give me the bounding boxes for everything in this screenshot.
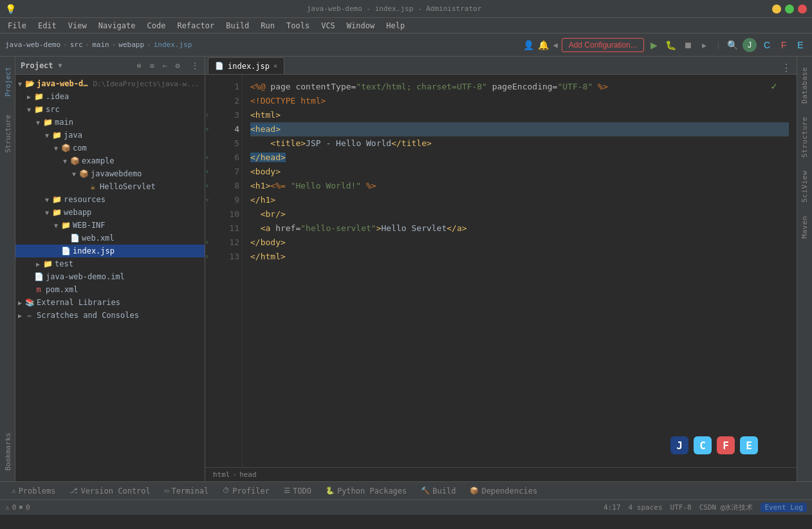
breadcrumb-src[interactable]: src — [70, 41, 83, 49]
status-encoding[interactable]: UTF-8 — [670, 503, 692, 512]
expand-all-icon[interactable]: ⇐ — [160, 60, 170, 71]
sidebar-bookmarks-icon[interactable]: Bookmarks — [1, 427, 14, 476]
menu-help[interactable]: Help — [381, 20, 410, 32]
back-icon[interactable]: ◀ — [553, 41, 557, 50]
add-configuration-button[interactable]: Add Configuration... — [562, 38, 644, 52]
path-head[interactable]: head — [239, 470, 257, 479]
search-everywhere-button[interactable]: 🔍 — [726, 39, 739, 51]
tab-close-icon[interactable]: × — [273, 62, 277, 70]
path-html[interactable]: html — [213, 470, 230, 479]
ext-libs-arrow[interactable]: ▶ — [15, 298, 24, 307]
bottom-tab-build[interactable]: 🔨 Build — [414, 485, 462, 497]
tree-ext-libs[interactable]: ▶ 📚 External Libraries — [15, 296, 205, 309]
tree-idea[interactable]: ▶ 📁 .idea — [15, 90, 205, 103]
com-arrow[interactable]: ▼ — [51, 144, 60, 153]
tree-example[interactable]: ▼ 📦 example — [15, 154, 205, 167]
debug-button[interactable]: 🐛 — [665, 39, 678, 51]
tree-hello-servlet[interactable]: ☕ HelloServlet — [15, 180, 205, 193]
run-button[interactable]: ▶ — [648, 39, 661, 51]
sidebar-project-icon[interactable]: Project — [1, 62, 14, 102]
locate-file-icon[interactable]: ⊕ — [134, 60, 144, 71]
menu-navigate[interactable]: Navigate — [93, 20, 141, 32]
panel-options-icon[interactable]: ⋮ — [190, 60, 199, 71]
menu-run[interactable]: Run — [255, 20, 280, 32]
breadcrumb-file[interactable]: index.jsp — [154, 41, 192, 49]
tree-test[interactable]: ▶ 📁 test — [15, 257, 205, 270]
close-button[interactable] — [798, 5, 807, 14]
example-arrow[interactable]: ▼ — [60, 156, 69, 165]
resources-arrow[interactable]: ▼ — [42, 195, 51, 204]
webinf-arrow[interactable]: ▼ — [51, 221, 60, 230]
profile-button[interactable]: J — [743, 38, 757, 52]
tree-javawebdemo[interactable]: ▼ 📦 javawebdemo — [15, 167, 205, 180]
browser-icon-1[interactable]: C — [761, 39, 773, 51]
status-line-col[interactable]: 4:17 — [604, 503, 621, 512]
javawebdemo-arrow[interactable]: ▼ — [69, 169, 78, 178]
tree-webinf[interactable]: ▼ 📁 WEB-INF — [15, 219, 205, 232]
collapse-all-icon[interactable]: ≡ — [147, 60, 157, 71]
idea-arrow[interactable]: ▶ — [24, 92, 33, 101]
menu-build[interactable]: Build — [221, 20, 254, 32]
breadcrumb-main[interactable]: main — [92, 41, 109, 49]
java-arrow[interactable]: ▼ — [42, 131, 51, 140]
editor-tab-index-jsp[interactable]: 📄 index.jsp × — [208, 57, 284, 74]
tree-com[interactable]: ▼ 📦 com — [15, 142, 205, 154]
bottom-tab-todo[interactable]: ☰ TODO — [277, 485, 318, 497]
tree-src[interactable]: ▼ 📁 src — [15, 103, 205, 116]
bottom-tab-version-control[interactable]: ⎇ Version Control — [63, 485, 156, 497]
menu-vcs[interactable]: VCS — [316, 20, 340, 32]
sciview-panel-label[interactable]: SciView — [800, 165, 809, 208]
tree-index-jsp[interactable]: 📄 index.jsp — [15, 245, 205, 257]
browser-icon-2[interactable]: F — [777, 39, 790, 51]
database-panel-label[interactable]: Database — [800, 62, 809, 109]
menu-edit[interactable]: Edit — [33, 20, 62, 32]
project-settings-icon[interactable]: ⚙ — [172, 60, 183, 71]
bottom-tab-profiler[interactable]: ⏱ Profiler — [216, 485, 276, 497]
run-config-button[interactable]: ▸ — [698, 39, 711, 51]
status-spaces[interactable]: 4 spaces — [629, 503, 663, 512]
breadcrumb-project[interactable]: java-web-demo — [5, 41, 60, 49]
root-arrow[interactable]: ▼ — [15, 79, 24, 88]
code-area[interactable]: <%@ page contentType="text/html; charset… — [243, 75, 797, 467]
index-jsp-icon: 📄 — [60, 246, 71, 256]
menu-tools[interactable]: Tools — [281, 20, 315, 32]
maven-panel-label[interactable]: Maven — [800, 210, 809, 244]
bottom-tab-terminal[interactable]: ▭ Terminal — [158, 485, 215, 497]
minimize-button[interactable] — [772, 5, 781, 14]
menu-refactor[interactable]: Refactor — [172, 20, 219, 32]
vcs-icon[interactable]: 👤 — [523, 40, 534, 50]
tree-resources[interactable]: ▼ 📁 resources — [15, 193, 205, 206]
idea-label: .idea — [46, 92, 69, 101]
breadcrumb-webapp[interactable]: webapp — [118, 41, 144, 49]
coverage-button[interactable]: ⏹ — [681, 39, 694, 51]
sidebar-structure-icon[interactable]: Structure — [1, 109, 14, 158]
main-arrow[interactable]: ▼ — [33, 118, 42, 127]
tree-pom[interactable]: m pom.xml — [15, 283, 205, 296]
tree-java[interactable]: ▼ 📁 java — [15, 129, 205, 142]
bottom-tab-python[interactable]: 🐍 Python Packages — [319, 485, 413, 497]
notification-icon[interactable]: 🔔 — [538, 40, 549, 50]
editor-tabs-menu[interactable]: ⋮ — [776, 62, 797, 74]
tree-root[interactable]: ▼ 📂 java-web-demo D:\IdeaProjects\java-w… — [15, 77, 205, 90]
test-arrow[interactable]: ▶ — [33, 259, 42, 268]
tree-iml[interactable]: 📄 java-web-demo.iml — [15, 270, 205, 283]
structure-panel-label[interactable]: Structure — [800, 111, 809, 163]
menu-window[interactable]: Window — [342, 20, 380, 32]
menu-code[interactable]: Code — [142, 20, 171, 32]
scratches-arrow[interactable]: ▶ — [15, 311, 24, 320]
tree-main[interactable]: ▼ 📁 main — [15, 116, 205, 129]
status-problems[interactable]: ⚠ 0 ✖ 0 — [5, 503, 30, 512]
tree-scratches[interactable]: ▶ ✏ Scratches and Consoles — [15, 309, 205, 322]
status-event-log[interactable]: Event Log — [761, 503, 807, 512]
tree-webapp[interactable]: ▼ 📁 webapp — [15, 206, 205, 219]
src-arrow[interactable]: ▼ — [24, 105, 33, 114]
browser-icon-3[interactable]: E — [794, 39, 807, 51]
menu-file[interactable]: File — [3, 20, 32, 32]
maximize-button[interactable] — [785, 5, 794, 14]
tree-webxml[interactable]: 📄 web.xml — [15, 232, 205, 245]
menu-view[interactable]: View — [63, 20, 92, 32]
bottom-tab-problems[interactable]: ⚠ Problems — [5, 485, 62, 497]
bottom-tab-dependencies[interactable]: 📦 Dependencies — [463, 485, 544, 497]
webapp-arrow[interactable]: ▼ — [42, 208, 51, 217]
root-path: D:\IdeaProjects\java-w... — [93, 80, 199, 88]
